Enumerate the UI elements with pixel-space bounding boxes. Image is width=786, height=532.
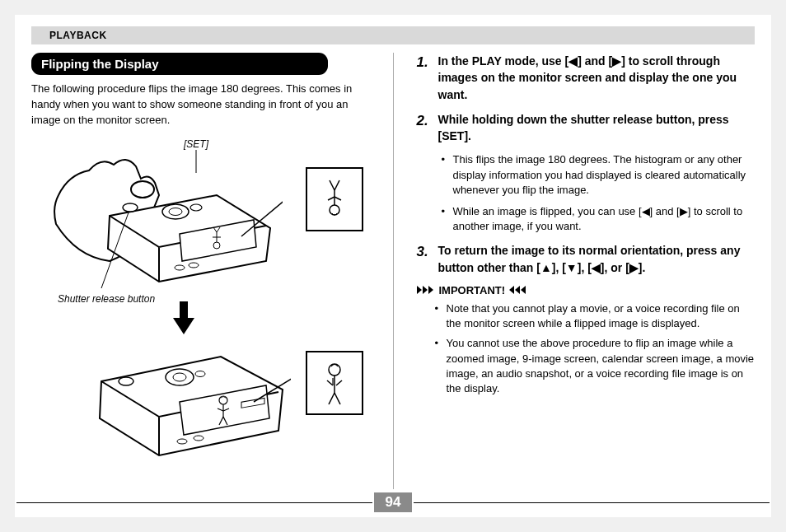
intro-text: The following procedure flips the image … — [31, 82, 370, 128]
person-icon — [318, 358, 351, 408]
bullet-item: • While an image is flipped, you can use… — [442, 204, 756, 234]
bullet-item: • Note that you cannot play a movie, or … — [435, 301, 756, 331]
step-text: While holding down the shutter release b… — [438, 111, 756, 145]
bullet-dot-icon: • — [435, 336, 442, 396]
bullet-item: • You cannot use the above procedure to … — [435, 336, 756, 396]
section-header: PLAYBACK — [31, 26, 755, 44]
svg-line-17 — [335, 197, 341, 200]
bullet-item: • This flips the image 180 degrees. The … — [442, 152, 756, 198]
bullet-text: You cannot use the above procedure to fl… — [447, 336, 756, 396]
section-title: Flipping the Display — [31, 53, 328, 75]
caption-set-label: [SET] — [184, 138, 208, 150]
callout-box-bottom — [306, 351, 363, 415]
step-text: To return the image to its normal orient… — [438, 242, 756, 276]
diagram-area: [SET] Shutter release button — [31, 138, 370, 468]
bullet-text: While an image is flipped, you can use [… — [453, 204, 756, 234]
svg-line-19 — [335, 180, 339, 190]
step-number: 1. — [417, 53, 432, 103]
step-text: In the PLAY mode, use [◀] and [▶] to scr… — [438, 53, 756, 103]
footer-rule — [16, 502, 372, 503]
page-footer: 94 — [15, 492, 771, 512]
document-page: PLAYBACK Flipping the Display The follow… — [15, 15, 771, 517]
important-heading: IMPORTANT! — [417, 284, 756, 296]
svg-point-22 — [173, 373, 186, 381]
svg-line-38 — [336, 380, 342, 385]
caption-shutter-label: Shutter release button — [58, 293, 155, 305]
svg-point-35 — [329, 364, 340, 376]
step-2-bullets: • This flips the image 180 degrees. The … — [442, 152, 756, 234]
bullet-dot-icon: • — [435, 301, 442, 331]
svg-point-3 — [169, 208, 182, 215]
svg-point-4 — [190, 204, 202, 211]
column-divider — [393, 53, 394, 489]
bullet-dot-icon: • — [442, 152, 448, 198]
callout-box-top — [306, 167, 363, 231]
svg-line-20 — [330, 180, 335, 190]
bullet-dot-icon: • — [442, 204, 448, 234]
svg-point-23 — [119, 377, 133, 385]
svg-point-24 — [195, 371, 205, 376]
svg-point-32 — [194, 436, 204, 441]
step-3: 3. To return the image to its normal ori… — [417, 242, 756, 276]
svg-point-1 — [131, 181, 154, 198]
important-bullets: • Note that you cannot play a movie, or … — [435, 301, 756, 396]
arrow-down-icon — [173, 301, 194, 334]
svg-point-10 — [175, 265, 185, 270]
camera-top-illustration — [52, 150, 283, 290]
triangle-left-icon — [509, 284, 527, 296]
svg-point-15 — [330, 205, 339, 215]
svg-point-11 — [189, 263, 199, 268]
flipped-person-icon — [318, 176, 351, 222]
step-number: 2. — [417, 111, 432, 145]
bullet-text: Note that you cannot play a movie, or a … — [447, 301, 756, 331]
step-2: 2. While holding down the shutter releas… — [417, 111, 756, 145]
content-columns: Flipping the Display The following proce… — [31, 53, 755, 489]
footer-rule — [414, 502, 770, 503]
left-column: Flipping the Display The following proce… — [31, 53, 377, 489]
camera-bottom-illustration — [93, 336, 291, 460]
svg-line-40 — [329, 393, 335, 404]
right-column: 1. In the PLAY mode, use [◀] and [▶] to … — [410, 53, 756, 489]
svg-point-12 — [123, 203, 138, 212]
svg-point-31 — [177, 439, 187, 444]
svg-line-18 — [328, 197, 335, 200]
triangle-right-icon — [417, 284, 435, 296]
svg-line-41 — [335, 393, 340, 404]
page-number: 94 — [374, 492, 413, 512]
header-text: PLAYBACK — [49, 30, 107, 41]
svg-line-37 — [327, 380, 333, 385]
step-1: 1. In the PLAY mode, use [◀] and [▶] to … — [417, 53, 756, 103]
important-label: IMPORTANT! — [439, 284, 506, 296]
bullet-text: This flips the image 180 degrees. The hi… — [453, 152, 756, 198]
step-number: 3. — [417, 242, 432, 276]
